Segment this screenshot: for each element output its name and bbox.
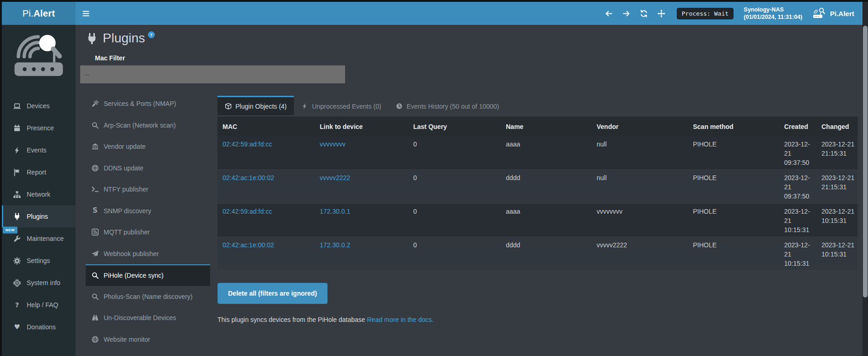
column-header-changed: Changed — [816, 117, 858, 136]
sidebar-item-label: Presence — [27, 124, 54, 132]
plugin-nav-webhook-publisher[interactable]: Webhook publisher — [86, 243, 210, 265]
scan-method-cell: PIHOLE — [688, 170, 779, 204]
plugin-nav-vendor-update[interactable]: Vendor update — [86, 136, 210, 158]
chip-icon — [13, 279, 21, 287]
name-cell: aaaa — [501, 204, 592, 237]
app-window: Pi.Alert Process: Wait Synology-NAS (01/… — [2, 2, 862, 356]
refresh-icon — [640, 10, 648, 18]
search-icon — [91, 272, 99, 279]
sidebar-item-system-info[interactable]: System info — [2, 272, 76, 294]
plugin-nav-pihole-device-sync[interactable]: PiHole (Device sync) — [86, 264, 210, 286]
plugin-nav-arp-scan-network-scan[interactable]: Arp-Scan (Network scan) — [86, 115, 210, 136]
sidebar-item-devices[interactable]: Devices — [2, 95, 76, 117]
last-query-cell: 0 — [408, 204, 501, 237]
sidebar-item-settings[interactable]: Settings — [2, 250, 76, 272]
sidebar-item-label: Settings — [27, 257, 50, 264]
delete-all-button[interactable]: Delete all (filters are ignored) — [217, 283, 328, 304]
sidebar-item-network[interactable]: Network — [2, 183, 76, 205]
sidebar-item-presence[interactable]: Presence — [2, 117, 76, 139]
plugin-nav-un-discoverable-devices[interactable]: Un-Discoverable Devices — [86, 307, 210, 329]
plugin-nav-snmp-discovery[interactable]: S SNMP discovery — [86, 200, 210, 222]
tab-plugin-objects-4[interactable]: Plugin Objects (4) — [217, 96, 294, 115]
plugin-nav-services-ports-nmap[interactable]: Services & Ports (NMAP) — [86, 93, 210, 115]
mac-link[interactable]: 02:42:59:ad:fd:cc — [223, 208, 272, 215]
mqtt-icon — [91, 228, 99, 236]
paper-plane-icon — [91, 250, 99, 257]
new-badge: NEW — [3, 227, 18, 233]
vendor-cell: vvvvvvvv — [592, 204, 688, 237]
plugin-nav-label: NTFY publisher — [104, 186, 148, 193]
plugin-nav-label: Website monitor — [104, 336, 150, 343]
sidebar-item-report[interactable]: Report — [2, 161, 76, 183]
plugin-description-text: This plugin syncs devices from the PiHol… — [217, 316, 367, 323]
created-cell: 2023-12-21 09:37:50 — [779, 170, 816, 204]
mac-filter-label: Mac Filter — [95, 54, 125, 62]
mac-link[interactable]: 02:42:ac:1e:00:02 — [223, 174, 274, 181]
sidebar-toggle-button[interactable] — [76, 2, 96, 25]
arrow-right-icon — [622, 10, 630, 18]
bolt-icon — [13, 146, 21, 154]
changed-cell: 2023-12-21 10:15:31 — [816, 237, 858, 271]
sidebar-item-maintenance[interactable]: Maintenance NEW — [2, 228, 76, 250]
created-cell: 2023-12-21 09:37:50 — [779, 136, 816, 170]
plugin-nav-label: MQTT publisher — [104, 228, 150, 236]
globe-icon — [91, 336, 99, 343]
brand-logo-text: Pi.Alert — [23, 8, 55, 19]
satellite-icon — [91, 100, 99, 107]
brand-logo[interactable]: Pi.Alert — [2, 2, 76, 25]
plug-icon — [13, 213, 21, 221]
move-button[interactable] — [655, 2, 669, 25]
sidebar-item-label: Plugins — [27, 213, 48, 220]
plugin-objects-table: MACLink to deviceLast QueryNameVendorSca… — [217, 117, 858, 271]
created-cell: 2023-12-21 10:15:31 — [779, 204, 816, 237]
sidebar-item-plugins[interactable]: Plugins — [2, 205, 76, 228]
device-link[interactable]: vvvvv2222 — [320, 174, 350, 181]
plugin-nav-label: Webhook publisher — [104, 250, 159, 257]
device-link[interactable]: vvvvvvvv — [320, 140, 346, 148]
plugin-nav-pholus-scan-name-discovery[interactable]: Pholus-Scan (Name discovery) — [86, 286, 210, 308]
plug-icon — [86, 33, 98, 45]
arrow-left-button[interactable] — [602, 2, 616, 25]
refresh-button[interactable] — [637, 2, 651, 25]
column-header-mac: MAC — [217, 117, 315, 136]
last-query-cell: 0 — [408, 237, 501, 271]
app-name: Pi.Alert — [830, 10, 854, 18]
sidebar-item-donations[interactable]: ♥ Donations — [2, 316, 76, 338]
table-row: 02:42:59:ad:fd:cc vvvvvvvv 0 aaaa null P… — [217, 136, 858, 170]
arrow-right-button[interactable] — [620, 2, 633, 25]
name-cell: dddd — [501, 170, 592, 204]
snmp-icon: S — [91, 207, 99, 215]
device-link[interactable]: 172.30.0.1 — [320, 208, 350, 215]
mac-link[interactable]: 02:42:59:ad:fd:cc — [223, 140, 272, 148]
sidebar-item-events[interactable]: Events — [2, 139, 76, 161]
main-content: Plugins ? Mac Filter Services & Ports (N… — [76, 25, 862, 356]
tab-unprocessed-events-0[interactable]: Unprocessed Events (0) — [294, 96, 388, 115]
plugin-nav-ddns-update[interactable]: DDNS update — [86, 158, 210, 179]
device-link[interactable]: 172.30.0.2 — [320, 241, 350, 249]
plugin-nav-ntfy-publisher[interactable]: NTFY publisher — [86, 179, 210, 200]
page-scrollbar[interactable] — [862, 2, 868, 356]
name-cell: dddd — [501, 237, 592, 271]
table-body: 02:42:59:ad:fd:cc vvvvvvvv 0 aaaa null P… — [217, 136, 858, 271]
mac-link[interactable]: 02:42:ac:1e:00:02 — [223, 241, 274, 249]
tab-events-history-50-out-of-10000[interactable]: Events History (50 out of 10000) — [388, 96, 506, 115]
sidebar: Devices Presence Events Report Network P… — [2, 25, 76, 356]
globe-icon — [91, 164, 99, 172]
docs-link[interactable]: Read more in the docs. — [367, 316, 434, 323]
laptop-icon — [13, 102, 21, 110]
plugin-nav-website-monitor[interactable]: Website monitor — [86, 329, 210, 350]
arrow-left-icon — [605, 10, 613, 18]
search-icon — [91, 293, 99, 300]
created-cell: 2023-12-21 10:15:31 — [779, 237, 816, 271]
scrollbar-thumb[interactable] — [863, 26, 868, 298]
menu-icon — [82, 10, 90, 17]
help-badge[interactable]: ? — [148, 31, 155, 38]
plugin-nav-mqtt-publisher[interactable]: MQTT publisher — [86, 222, 210, 243]
vendor-cell: vvvvv2222 — [592, 237, 688, 271]
sidebar-item-help-faq[interactable]: ? Help / FAQ — [2, 294, 76, 316]
plugin-nav-label: SNMP discovery — [104, 207, 151, 215]
mac-filter-input[interactable] — [80, 65, 345, 83]
sidebar-item-label: Report — [27, 169, 46, 176]
sidebar-item-label: Network — [27, 191, 50, 198]
plugin-nav-label: DDNS update — [104, 164, 143, 172]
